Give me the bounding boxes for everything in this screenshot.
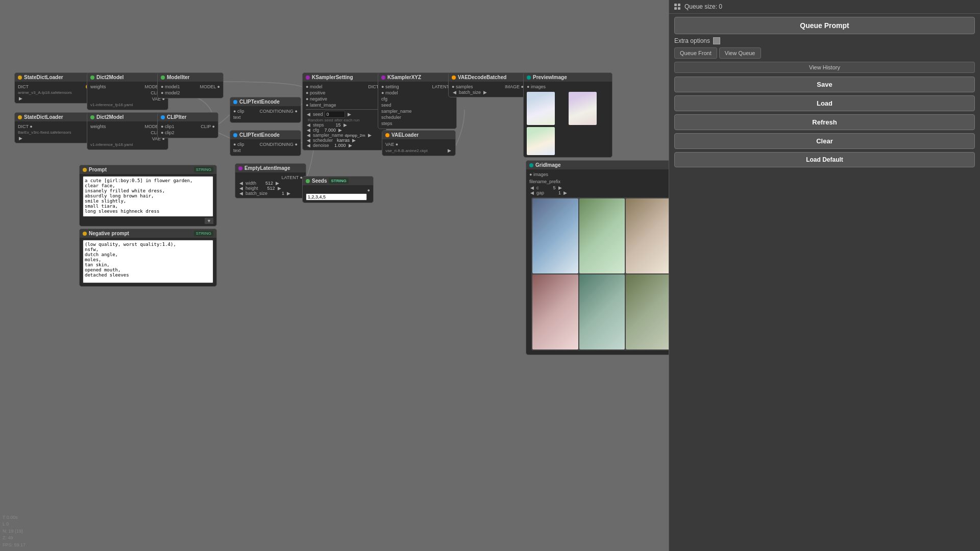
modellter-dot <box>161 76 165 80</box>
sampler-right[interactable]: ▶ <box>367 133 373 138</box>
node-statedict1-title: StateDictLoader <box>15 73 93 82</box>
statedict2-dot <box>18 115 22 119</box>
load-button[interactable]: Load <box>674 95 975 111</box>
neg-prompt-textarea[interactable] <box>83 240 213 283</box>
seed-arrow-left[interactable]: ◀ <box>306 112 311 117</box>
node-clip-text2[interactable]: CLIPTextEncode ● clip CONDITIONING ● tex… <box>230 130 301 156</box>
node-ksampler-setting-title: KSamplerSetting <box>303 73 386 82</box>
node-vae-loader[interactable]: VAELoader VAE ● vae_rl-ft-B-anime2.ckpt … <box>382 130 456 156</box>
prompt-dot <box>83 168 87 172</box>
node-dict2model1[interactable]: Dict2Model weights MODEL ● CLIP ● VAE ● … <box>87 72 168 110</box>
node-neg-prompt[interactable]: Negative prompt STRING <box>79 229 217 287</box>
grid-cell-3 <box>626 198 672 273</box>
prompt-textarea[interactable] <box>83 176 213 217</box>
node-seeds[interactable]: Seeds STRING ● <box>302 176 374 203</box>
steps-right[interactable]: ▶ <box>342 122 348 128</box>
preview-img-3 <box>527 127 555 155</box>
queue-size-label: Queue size: 0 <box>684 3 722 10</box>
refresh-button[interactable]: Refresh <box>674 114 975 130</box>
height-right[interactable]: ▶ <box>277 186 282 191</box>
ksampler-xyz-dot <box>381 76 385 80</box>
canvas-area[interactable]: StateDictLoader DICT anime_v3_A-lp18.saf… <box>0 0 669 551</box>
queue-header: Queue size: 0 <box>669 0 980 14</box>
ksampler-setting-dot <box>306 76 310 80</box>
seed-arrow-right[interactable]: ▶ <box>347 112 352 117</box>
grid-cell-7 <box>626 274 672 349</box>
node-ksampler-xyz[interactable]: KSamplerXYZ ● setting LATENT ● ● model c… <box>378 72 457 129</box>
status-bar: T 0.00s L 0 N: 19 (19) Z: 49 FPS: 59.17 <box>3 514 26 549</box>
gap-left[interactable]: ◀ <box>529 190 535 195</box>
node-clip-text2-title: CLIPTextEncode <box>230 131 301 139</box>
clear-button[interactable]: Clear <box>674 133 975 149</box>
steps-left[interactable]: ◀ <box>306 122 311 128</box>
queue-prompt-button[interactable]: Queue Prompt <box>674 17 975 34</box>
width-left[interactable]: ◀ <box>238 181 244 186</box>
vae-loader-arrow[interactable]: ▶ <box>447 148 452 153</box>
node-modellter-title: Modellter <box>158 73 223 82</box>
node-statedict1[interactable]: StateDictLoader DICT anime_v3_A-lp18.saf… <box>14 72 93 104</box>
cliptext2-dot <box>233 133 237 137</box>
node-prompt[interactable]: Prompt STRING ▼ <box>79 165 217 227</box>
scheduler-left[interactable]: ◀ <box>306 138 311 143</box>
denoise-left[interactable]: ◀ <box>306 143 311 148</box>
right-panel: Queue size: 0 Queue Prompt Extra options… <box>669 0 980 551</box>
node-vae-decode-title: VAEDecodeBatched <box>449 73 527 82</box>
extra-options-checkbox[interactable] <box>713 37 720 44</box>
node-dict2model1-title: Dict2Model <box>87 73 168 82</box>
node-vae-decode[interactable]: VAEDecodeBatched ● samples IMAGE ● ◀ bat… <box>448 72 527 97</box>
c-right[interactable]: ▶ <box>557 185 563 190</box>
view-queue-button[interactable]: View Queue <box>719 47 761 59</box>
neg-prompt-dot <box>83 232 87 236</box>
seeds-input[interactable] <box>306 193 367 201</box>
cfg-left[interactable]: ◀ <box>306 128 311 133</box>
grid-cell-2 <box>579 198 625 273</box>
preview-img-1 <box>527 92 555 125</box>
dict2model2-dot <box>90 115 94 119</box>
view-history-button[interactable]: View History <box>674 62 975 73</box>
node-vae-loader-title: VAELoader <box>382 131 455 139</box>
sampler-left[interactable]: ◀ <box>306 133 311 138</box>
vae-loader-dot <box>385 133 389 137</box>
node-empty-latent[interactable]: EmptyLatentImage LATENT ● ◀ width 512 ▶ … <box>235 163 306 198</box>
node-clip-text1-title: CLIPTextEncode <box>230 97 301 106</box>
seeds-dot <box>306 179 310 183</box>
cfg-right[interactable]: ▶ <box>337 128 343 133</box>
batch-left[interactable]: ◀ <box>238 191 244 196</box>
grid-cell-1 <box>532 198 578 273</box>
prompt-scroll[interactable]: ▼ <box>205 218 213 224</box>
height-left[interactable]: ◀ <box>238 186 244 191</box>
node-ksampler-xyz-title: KSamplerXYZ <box>378 73 456 82</box>
c-left[interactable]: ◀ <box>529 185 535 190</box>
gap-right[interactable]: ▶ <box>562 190 568 195</box>
grid-cell-5 <box>532 274 578 349</box>
node-ksampler-setting[interactable]: KSamplerSetting ● model DICT ● ● positiv… <box>302 72 386 151</box>
statedict2-arrow[interactable]: ▶ <box>18 136 23 141</box>
node-preview-image-title: PreviewImage <box>524 73 612 82</box>
node-dict2model2[interactable]: Dict2Model weights MODEL ● CLIP ● VAE ● … <box>87 112 168 150</box>
scheduler-right[interactable]: ▶ <box>351 138 357 143</box>
grid-icon <box>674 4 680 10</box>
clipiter-dot <box>161 115 165 119</box>
preview-image-dot <box>527 76 531 80</box>
load-default-button[interactable]: Load Default <box>674 152 975 167</box>
node-statedict2[interactable]: StateDictLoader DICT ● BarEx_v3rc-fixed.… <box>14 112 93 143</box>
dict2model1-dot <box>90 76 94 80</box>
node-statedict2-title: StateDictLoader <box>15 113 93 121</box>
batch-right[interactable]: ▶ <box>286 191 291 196</box>
node-clipiter-title: CLIPIter <box>158 113 218 121</box>
queue-front-button[interactable]: Queue Front <box>674 47 717 59</box>
node-preview-image[interactable]: PreviewImage ● images <box>523 72 612 158</box>
extra-options-label: Extra options <box>674 37 710 44</box>
width-right[interactable]: ▶ <box>275 181 280 186</box>
node-modellter[interactable]: Modellter ● model1 MODEL ● ● model2 <box>157 72 224 98</box>
node-clipiter[interactable]: CLIPIter ● clip1 CLIP ● ● clip2 <box>157 112 218 138</box>
node-clip-text1[interactable]: CLIPTextEncode ● clip CONDITIONING ● tex… <box>230 97 301 123</box>
seed-input[interactable] <box>325 111 345 118</box>
denoise-right[interactable]: ▶ <box>348 143 353 148</box>
batchsize-right[interactable]: ▶ <box>482 90 488 95</box>
statedict1-arrow[interactable]: ▶ <box>18 96 23 101</box>
grid-cell-6 <box>579 274 625 349</box>
save-button[interactable]: Save <box>674 77 975 92</box>
batchsize-left[interactable]: ◀ <box>452 90 457 95</box>
statedict1-dot <box>18 76 22 80</box>
